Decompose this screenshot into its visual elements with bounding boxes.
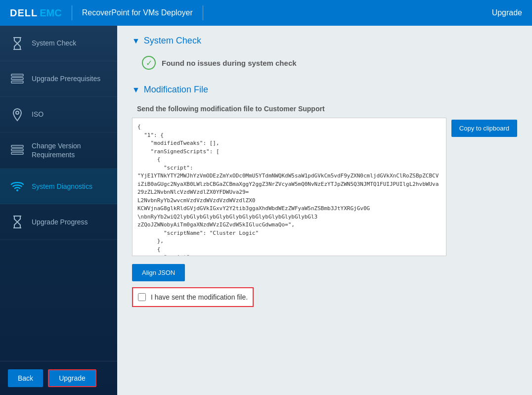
sidebar-item-label-upgrade-prerequisites: Upgrade Prerequisites [32, 74, 100, 83]
sent-modification-checkbox-row: I have sent the modification file. [132, 287, 254, 307]
check-success-icon: ✓ [142, 56, 156, 70]
header-divider-1 [72, 5, 72, 20]
back-button[interactable]: Back [8, 369, 43, 387]
wifi-icon [10, 179, 25, 194]
bottom-actions: Align JSON I have sent the modification … [132, 260, 517, 307]
sidebar-item-label-iso: ISO [32, 110, 44, 119]
modification-file-title: Modification File [144, 85, 208, 95]
system-check-result-text: Found no issues during system check [162, 59, 297, 67]
list2-icon [10, 143, 25, 158]
main-layout: System Check Upgrade Prerequisites ISO [0, 26, 532, 395]
svg-rect-5 [11, 149, 23, 151]
app-header: DELL EMC RecoverPoint for VMs Deployer U… [0, 0, 532, 26]
svg-rect-6 [11, 152, 23, 154]
location-icon [10, 107, 25, 122]
sidebar-item-system-diagnostics[interactable]: System Diagnostics [0, 169, 117, 204]
sent-modification-checkbox[interactable] [138, 293, 146, 301]
dell-logo-text: DELL [10, 7, 38, 19]
header-divider-2 [203, 5, 203, 20]
sent-modification-label[interactable]: I have sent the modification file. [151, 293, 248, 301]
sidebar-item-label-upgrade-progress: Upgrade Progress [32, 218, 88, 226]
hourglass-icon [10, 36, 25, 51]
system-check-arrow: ▼ [132, 37, 140, 45]
emc-logo-text: EMC [40, 7, 61, 19]
svg-rect-4 [11, 145, 23, 147]
sidebar-item-upgrade-prerequisites[interactable]: Upgrade Prerequisites [0, 61, 117, 97]
json-actions: Copy to clipboard [451, 118, 517, 137]
sidebar-item-iso[interactable]: ISO [0, 97, 117, 132]
svg-point-3 [16, 111, 19, 114]
main-content: ▼ System Check ✓ Found no issues during … [117, 26, 532, 395]
modification-file-description: Send the following modification file to … [132, 100, 517, 118]
app-title: RecoverPoint for VMs Deployer [82, 8, 193, 17]
system-check-result: ✓ Found no issues during system check [132, 51, 517, 75]
svg-rect-2 [11, 81, 23, 83]
sidebar-item-system-check[interactable]: System Check [0, 26, 117, 61]
dell-emc-logo: DELL EMC [10, 7, 62, 19]
copy-to-clipboard-button[interactable]: Copy to clipboard [451, 120, 517, 137]
sidebar-item-label-system-diagnostics: System Diagnostics [32, 182, 92, 191]
svg-point-7 [16, 189, 18, 191]
sidebar: System Check Upgrade Prerequisites ISO [0, 26, 117, 395]
sidebar-item-upgrade-progress[interactable]: Upgrade Progress [0, 204, 117, 240]
svg-rect-1 [11, 78, 23, 80]
modification-file-header: ▼ Modification File [132, 85, 517, 95]
svg-rect-0 [11, 74, 23, 76]
system-check-header: ▼ System Check [132, 36, 517, 46]
sidebar-footer: Back Upgrade [0, 361, 117, 395]
upgrade-button[interactable]: Upgrade [48, 369, 96, 387]
header-upgrade-label: Upgrade [492, 8, 522, 17]
list-icon [10, 72, 25, 87]
system-check-title: System Check [144, 36, 201, 46]
json-container: { "1": { "modifiedTweaks": [], "ranSigne… [132, 118, 517, 256]
sidebar-item-label-system-check: System Check [32, 39, 76, 47]
align-json-button[interactable]: Align JSON [132, 264, 185, 281]
hourglass2-icon [10, 215, 25, 229]
system-check-section: ▼ System Check ✓ Found no issues during … [132, 36, 517, 75]
modification-file-section: ▼ Modification File Send the following m… [132, 85, 517, 307]
json-textarea[interactable]: { "1": { "modifiedTweaks": [], "ranSigne… [132, 118, 446, 256]
sidebar-item-label-change-version: Change VersionRequirements [32, 141, 81, 159]
modification-file-arrow: ▼ [132, 86, 140, 94]
sidebar-item-change-version-requirements[interactable]: Change VersionRequirements [0, 132, 117, 169]
